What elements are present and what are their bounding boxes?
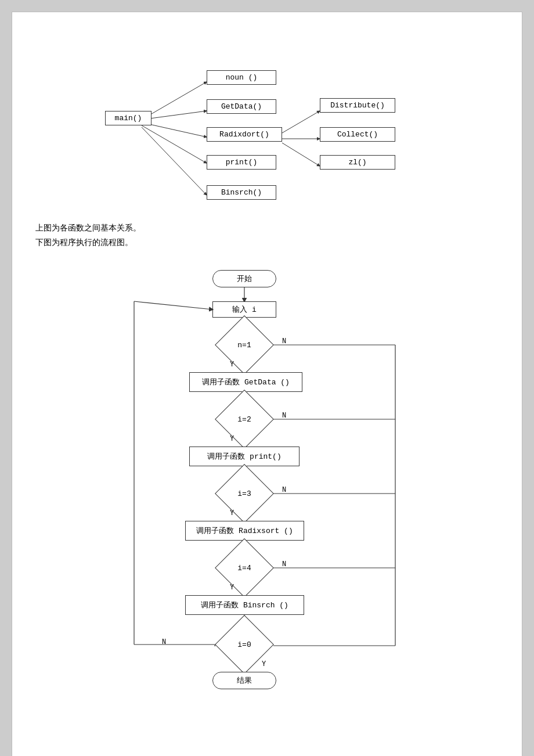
node-zl: zl() <box>320 155 395 170</box>
node-radixsort: Radixdort() <box>207 127 282 142</box>
node-distribute: Distribute() <box>320 98 395 113</box>
label-y2: Y <box>230 435 234 443</box>
label-y1: Y <box>230 361 234 369</box>
fc-step4: 调用子函数 Binsrch () <box>185 595 304 615</box>
function-diagram: main() noun () GetData() Radixdort() pri… <box>35 30 499 215</box>
svg-line-7 <box>282 143 320 166</box>
description-text: 上图为各函数之间基本关系。 下图为程序执行的流程图。 <box>35 221 499 250</box>
svg-line-4 <box>142 127 207 195</box>
fc-diamond3: i=3 <box>215 479 273 508</box>
svg-line-3 <box>142 125 207 163</box>
label-n1: N <box>282 337 286 345</box>
fc-step1: 调用子函数 GetData () <box>189 372 302 392</box>
label-y3: Y <box>230 509 234 517</box>
page: main() noun () GetData() Radixdort() pri… <box>12 12 522 756</box>
fc-diamond4: i=4 <box>215 553 273 582</box>
flowchart: 开始 输入 i n=1 N Y 调用子函数 GetData () i=2 N Y… <box>35 262 499 756</box>
node-noun: noun () <box>207 70 276 85</box>
node-binsrch: Binsrch() <box>207 185 276 200</box>
fc-start: 开始 <box>212 270 276 287</box>
svg-line-27 <box>134 301 212 309</box>
fc-diamond2: i=2 <box>215 405 273 434</box>
node-getdata: GetData() <box>207 99 276 114</box>
desc-line1: 上图为各函数之间基本关系。 <box>35 221 499 236</box>
label-n5: N <box>162 638 166 646</box>
node-print: print() <box>207 155 276 170</box>
node-collect: Collect() <box>320 127 395 142</box>
node-main: main() <box>105 111 151 125</box>
label-n3: N <box>282 486 286 494</box>
label-y5: Y <box>262 660 266 668</box>
svg-line-5 <box>282 111 320 133</box>
fc-end: 结果 <box>212 672 276 689</box>
desc-line2: 下图为程序执行的流程图。 <box>35 236 499 250</box>
label-n4: N <box>282 560 286 568</box>
fc-diamond1: n=1 <box>215 330 273 359</box>
label-n2: N <box>282 412 286 420</box>
fc-diamond5: i=0 <box>215 630 273 659</box>
fc-step3: 调用子函数 Radixsort () <box>185 521 304 541</box>
label-y4: Y <box>230 584 234 592</box>
